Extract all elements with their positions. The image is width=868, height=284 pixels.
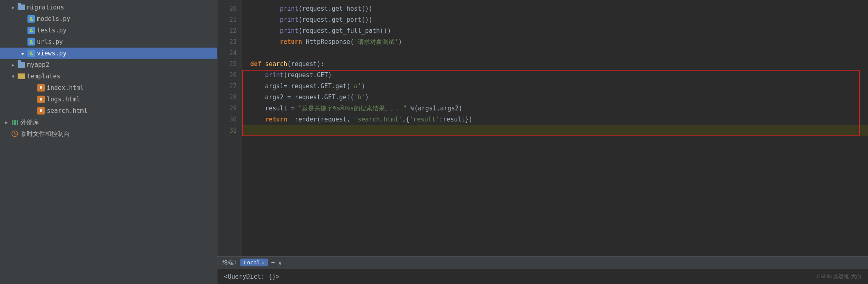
code-text: render(request, — [287, 114, 354, 125]
temp-icon — [11, 130, 19, 138]
line-num-27: 27 — [217, 81, 242, 92]
code-text: HttpResponse( — [302, 37, 354, 48]
py-icon: 🐍 — [27, 15, 35, 23]
code-text: :result}) — [439, 114, 473, 125]
terminal-label: 终端: — [222, 259, 237, 266]
terminal-close-button[interactable]: × — [262, 260, 265, 266]
code-text: args2 = request.GET.get( — [250, 92, 354, 103]
terminal-bar: 终端: Local × + ∨ — [217, 256, 868, 268]
code-text — [250, 37, 280, 48]
terminal-add-button[interactable]: + — [271, 259, 275, 266]
code-text — [250, 14, 280, 25]
terminal-chevron-icon[interactable]: ∨ — [278, 259, 281, 266]
sidebar-item-myapp2[interactable]: ▶ myapp2 — [0, 59, 217, 71]
spacer — [20, 27, 26, 34]
line-num-29: 29 — [217, 103, 242, 114]
sidebar-item-label: models.py — [37, 15, 70, 23]
html-icon: H — [37, 84, 45, 92]
sidebar-item-search-html[interactable]: H search.html — [0, 105, 217, 117]
code-text: 'result' — [409, 114, 439, 125]
code-text: (request.get_port()) — [298, 14, 372, 25]
code-text — [250, 70, 265, 81]
sidebar-item-label: urls.py — [37, 38, 63, 46]
line-num-24: 24 — [217, 48, 242, 59]
sidebar-item-index-html[interactable]: H index.html — [0, 82, 217, 94]
code-line-22: print(request.get_full_path()) — [242, 25, 868, 37]
code-content[interactable]: print(request.get_host()) print(request.… — [242, 0, 868, 256]
sidebar-item-models-py[interactable]: 🐍 models.py — [0, 13, 217, 25]
spacer — [20, 39, 26, 45]
sidebar: ▶ migrations 🐍 models.py 🐍 — [0, 0, 217, 284]
line-num-31: 31 — [217, 125, 242, 136]
code-text — [250, 114, 265, 125]
line-num-26: 26 — [217, 70, 242, 81]
sidebar-item-external-lib[interactable]: ▶ 外部库 — [0, 117, 217, 128]
code-text — [250, 3, 280, 14]
code-line-29: result = "这是关键字%s和%s的搜索结果。。。" %(args1,ar… — [242, 103, 868, 114]
code-text: (request.get_full_path()) — [298, 25, 391, 37]
svg-rect-2 — [15, 120, 16, 125]
terminal-tab-label: Local — [244, 259, 260, 266]
sidebar-item-templates[interactable]: ▼ templates — [0, 71, 217, 82]
sidebar-item-views-py[interactable]: ▶ 🐍 views.py — [0, 48, 217, 59]
svg-rect-0 — [12, 120, 13, 125]
terminal-output-text: <QueryDict: {}> — [224, 273, 279, 280]
sidebar-item-logs-html[interactable]: H logs.html — [0, 94, 217, 105]
sidebar-item-label: views.py — [37, 50, 66, 57]
code-container: 20 21 22 23 24 25 26 27 28 29 30 31 — [217, 0, 868, 256]
arrow-icon: ▶ — [10, 62, 16, 68]
sidebar-item-label: migrations — [27, 4, 64, 11]
code-text: '请求对象测试' — [354, 37, 398, 48]
py-icon: 🐍 — [27, 38, 35, 46]
sidebar-item-label: tests.py — [37, 27, 66, 34]
line-num-28: 28 — [217, 92, 242, 103]
arrow-icon: ▼ — [10, 73, 16, 80]
spacer — [30, 108, 36, 114]
code-text: result = — [250, 103, 298, 114]
line-num-22: 22 — [217, 25, 242, 37]
code-line-27: args1= request.GET.get('a') — [242, 81, 868, 92]
html-icon: H — [37, 95, 45, 103]
code-text: ) — [365, 92, 369, 103]
sidebar-item-temp-files[interactable]: 临时文件和控制台 — [0, 128, 217, 140]
code-text: search — [265, 59, 287, 70]
sidebar-item-label: templates — [27, 73, 60, 80]
code-line-28: args2 = request.GET.get('b') — [242, 92, 868, 103]
code-text: ,{ — [402, 114, 409, 125]
code-line-21: print(request.get_port()) — [242, 14, 868, 25]
sidebar-content: ▶ migrations 🐍 models.py 🐍 — [0, 0, 217, 284]
code-text: print — [265, 70, 283, 81]
spacer — [20, 16, 26, 22]
code-text — [250, 25, 280, 37]
arrow-icon: ▶ — [10, 4, 16, 11]
line-num-20: 20 — [217, 3, 242, 14]
code-line-23: return HttpResponse('请求对象测试') — [242, 37, 868, 48]
code-text: 'search.html' — [354, 114, 402, 125]
folder-icon — [17, 3, 25, 11]
svg-rect-3 — [17, 120, 18, 125]
terminal-output-bar: <QueryDict: {}> CSDN @运维.大白 — [217, 268, 868, 284]
sidebar-item-tests-py[interactable]: 🐍 tests.py — [0, 25, 217, 36]
sidebar-item-label: index.html — [47, 84, 84, 92]
sidebar-item-label: 临时文件和控制台 — [21, 130, 70, 138]
line-num-23: 23 — [217, 37, 242, 48]
terminal-tab-local[interactable]: Local × — [240, 259, 267, 266]
code-text: args1= request.GET.get( — [250, 81, 350, 92]
line-num-30: 30 — [217, 114, 242, 125]
code-line-31 — [242, 125, 868, 136]
sidebar-item-label: logs.html — [47, 96, 80, 103]
lib-icon — [11, 118, 19, 126]
code-text: "这是关键字%s和%s的搜索结果。。。" — [298, 103, 407, 114]
code-text: ) — [361, 81, 365, 92]
code-text: print — [280, 14, 298, 25]
spacer — [30, 96, 36, 103]
spacer — [3, 131, 10, 137]
code-text: print — [280, 3, 298, 14]
folder-icon — [17, 61, 25, 69]
code-line-20: print(request.get_host()) — [242, 3, 868, 14]
line-numbers: 20 21 22 23 24 25 26 27 28 29 30 31 — [217, 0, 242, 256]
arrow-icon: ▶ — [20, 50, 26, 57]
sidebar-item-urls-py[interactable]: 🐍 urls.py — [0, 36, 217, 48]
sidebar-item-migrations[interactable]: ▶ migrations — [0, 2, 217, 13]
svg-line-6 — [15, 134, 16, 135]
